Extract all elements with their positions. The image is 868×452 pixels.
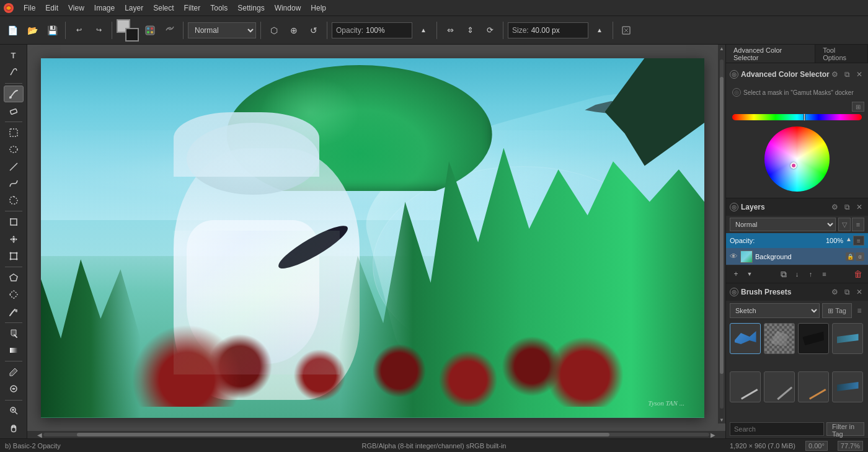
tab-tool-options[interactable]: Tool Options	[815, 45, 868, 63]
h-scroll-left[interactable]: ◀	[36, 431, 43, 438]
menu-settings[interactable]: Settings	[232, 2, 269, 14]
layers-close-btn[interactable]: ✕	[854, 202, 864, 212]
rect-select-tool[interactable]	[4, 125, 24, 141]
flip-h-btn[interactable]: ⇔	[441, 22, 459, 39]
add-layer-dropdown-btn[interactable]: ▼	[743, 268, 756, 280]
menu-file[interactable]: File	[19, 2, 40, 14]
layers-filter-btn[interactable]: ▽	[838, 218, 851, 231]
flip-v-btn[interactable]: ⇕	[461, 22, 479, 39]
brush-item-7[interactable]	[798, 371, 829, 402]
brush-category-select[interactable]: Sketch	[730, 303, 820, 318]
status-rotation-btn[interactable]: 0.00°	[805, 441, 828, 451]
move-tool[interactable]	[4, 231, 24, 247]
layers-opacity-up-btn[interactable]: ▲	[846, 236, 852, 246]
layer-visibility-btn[interactable]: 👁	[730, 252, 738, 261]
size-field[interactable]: Size: 40.00 px	[508, 22, 588, 38]
text-tool[interactable]: T	[4, 47, 24, 63]
menu-filter[interactable]: Filter	[179, 2, 206, 14]
brush-item-3[interactable]	[798, 323, 829, 354]
freehand-brush-tool[interactable]	[4, 86, 24, 102]
layers-opacity-row[interactable]: Opacity: 100% ▲ ≡	[726, 233, 868, 248]
freehand-select-tool[interactable]	[4, 192, 24, 208]
crosshair-btn[interactable]: ⊕	[285, 22, 303, 39]
color-wheel-wrapper[interactable]	[764, 126, 830, 192]
opacity-field[interactable]: Opacity: 100%	[332, 22, 412, 38]
polygon-tool[interactable]	[4, 270, 24, 286]
blend-mode-select[interactable]: Normal	[188, 22, 256, 38]
tab-advanced-color-selector[interactable]: Advanced Color Selector	[726, 45, 815, 63]
layers-blend-select[interactable]: Normal	[730, 218, 836, 231]
color-sampler-tool[interactable]	[4, 364, 24, 380]
undo-btn[interactable]: ↩	[70, 22, 87, 39]
color-wheel[interactable]	[764, 126, 830, 192]
v-scroll-up[interactable]: ▲	[719, 45, 724, 52]
canvas-size-btn[interactable]	[618, 22, 635, 39]
layer-copy-btn[interactable]: ⧉	[777, 268, 790, 280]
v-scrollbar[interactable]: ▲ ▼	[718, 45, 725, 423]
artwork[interactable]: Tyson TAN ...	[41, 58, 704, 418]
menu-window[interactable]: Window	[270, 2, 306, 14]
fill-tool[interactable]	[4, 326, 24, 342]
menu-image[interactable]: Image	[89, 2, 120, 14]
brush-list-btn[interactable]: ≡	[854, 306, 864, 316]
zoom-tool[interactable]	[4, 402, 24, 419]
layer-down-btn[interactable]: ↓	[791, 268, 804, 280]
reset-btn[interactable]: ↺	[305, 22, 322, 39]
brush-item-6[interactable]	[764, 371, 795, 402]
canvas-scroll-area[interactable]: ▲ ▼	[27, 45, 725, 431]
pan-tool[interactable]	[4, 420, 24, 436]
bg-color[interactable]	[125, 28, 139, 42]
layer-properties-btn[interactable]: ≡	[818, 268, 831, 280]
open-btn[interactable]: 📂	[24, 22, 41, 39]
layer-alpha-icon[interactable]: α	[856, 252, 864, 261]
eraser-tool[interactable]	[4, 103, 24, 119]
brush-close-btn[interactable]: ✕	[854, 287, 864, 297]
gradient-tool[interactable]	[4, 342, 24, 358]
new-btn[interactable]: 📄	[4, 22, 21, 39]
fill-btn[interactable]: ⬡	[265, 22, 283, 39]
color-select-tool[interactable]	[4, 303, 24, 319]
menu-help[interactable]: Help	[306, 2, 331, 14]
v-scrollbar-track[interactable]	[720, 60, 724, 409]
menu-layer[interactable]: Layer	[120, 2, 148, 14]
brush-item-8[interactable]	[832, 371, 863, 402]
color-panel-close-btn[interactable]: ✕	[854, 69, 864, 79]
brush-float-btn[interactable]: ⧉	[842, 287, 852, 297]
color-panel-float-btn[interactable]: ⧉	[842, 69, 852, 79]
h-scrollbar[interactable]: ◀ ▶	[27, 431, 725, 438]
hue-bar[interactable]	[732, 114, 862, 120]
layers-more-btn[interactable]: ≡	[852, 218, 864, 231]
brush-tag-filter-btn[interactable]: Filter in Tag	[826, 422, 864, 436]
bezier-tool[interactable]	[4, 175, 24, 192]
color-panel-settings-btn[interactable]: ⚙	[830, 69, 839, 79]
color-layout-btn[interactable]: ⊞	[852, 102, 864, 112]
add-layer-btn[interactable]: +	[730, 268, 742, 280]
smart-patch-tool[interactable]	[4, 381, 24, 397]
brush-options-btn[interactable]	[161, 22, 179, 39]
brush-settings-btn[interactable]: ⚙	[830, 287, 839, 297]
contiguous-select-tool[interactable]	[4, 286, 24, 303]
layers-opacity-more-btn[interactable]: ≡	[853, 236, 864, 246]
brush-item-1[interactable]	[730, 323, 761, 354]
brush-item-2[interactable]	[764, 323, 795, 354]
brush-item-4[interactable]	[832, 323, 863, 354]
menu-tools[interactable]: Tools	[205, 2, 232, 14]
menu-edit[interactable]: Edit	[40, 2, 63, 14]
opacity-up-btn[interactable]: ▲	[415, 22, 432, 39]
menu-view[interactable]: View	[63, 2, 89, 14]
line-tool[interactable]	[4, 158, 24, 174]
ellipse-select-tool[interactable]	[4, 141, 24, 157]
layer-lock-icon[interactable]: 🔒	[846, 252, 854, 261]
size-up-btn[interactable]: ▲	[591, 22, 608, 39]
transform-tool[interactable]	[4, 248, 24, 264]
layer-item-background[interactable]: 👁 Background 🔒 α	[726, 248, 868, 265]
brush-search-input[interactable]	[730, 422, 824, 436]
layer-up-btn[interactable]: ↑	[805, 268, 817, 280]
delete-layer-btn[interactable]: 🗑	[852, 268, 864, 280]
status-zoom-btn[interactable]: 77.7%	[838, 441, 863, 451]
layers-float-btn[interactable]: ⧉	[842, 202, 852, 212]
rotate-btn[interactable]: ⟳	[481, 22, 498, 39]
save-btn[interactable]: 💾	[43, 22, 61, 39]
hue-bar-container[interactable]	[730, 114, 864, 122]
calligraphy-tool[interactable]	[4, 64, 24, 80]
